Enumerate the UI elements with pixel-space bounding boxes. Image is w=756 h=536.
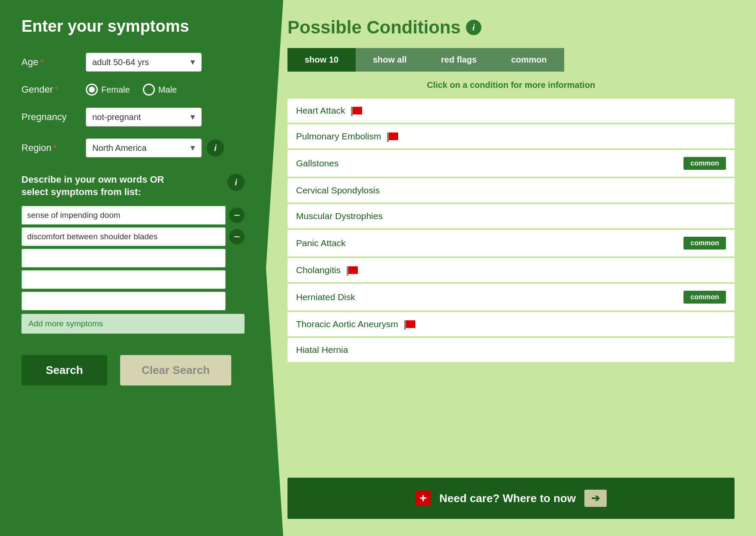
right-panel: Possible Conditions i show 10 show all r… [266, 0, 756, 536]
condition-name-cholangitis: Cholangitis [296, 265, 341, 275]
tab-bar: show 10 show all red flags common [287, 48, 735, 72]
pregnancy-select-wrapper: not-pregnant pregnant post-partum ▼ [86, 108, 202, 126]
tab-red-flags[interactable]: red flags [424, 48, 494, 72]
symptom-row-2: − [21, 227, 245, 246]
search-button[interactable]: Search [21, 355, 107, 385]
gender-row: Gender* Female Male [21, 84, 245, 96]
symptom-row-3 [21, 249, 245, 268]
female-label: Female [101, 85, 130, 95]
condition-name-herniated-disk: Herniated Disk [296, 292, 355, 302]
condition-name-pulmonary-embolism: Pulmonary Embolism [296, 131, 381, 142]
symptom-input-1[interactable] [21, 206, 226, 225]
symptom-row-1: − [21, 206, 245, 225]
describe-section: Describe in your own words ORselect symp… [21, 174, 245, 334]
action-buttons: Search Clear Search [21, 355, 245, 385]
need-care-text: Need care? Where to now [439, 492, 576, 505]
tab-show-10[interactable]: show 10 [287, 48, 356, 72]
gender-required: * [54, 84, 58, 95]
region-required: * [53, 142, 57, 153]
pregnancy-label: Pregnancy [21, 111, 86, 123]
region-controls: North America Europe Asia South America … [86, 139, 224, 157]
describe-info-button[interactable]: i [227, 174, 245, 191]
symptom-placeholder-4 [229, 272, 245, 287]
arrow-right-icon: ➔ [584, 490, 607, 507]
symptom-placeholder-3 [229, 250, 245, 266]
remove-symptom-1-button[interactable]: − [229, 208, 245, 223]
condition-name-gallstones: Gallstones [296, 158, 339, 169]
region-info-button[interactable]: i [207, 139, 224, 157]
describe-title: Describe in your own words ORselect symp… [21, 174, 164, 198]
describe-header: Describe in your own words ORselect symp… [21, 174, 245, 198]
gender-group: Female Male [86, 84, 177, 96]
pregnancy-row: Pregnancy not-pregnant pregnant post-par… [21, 108, 245, 126]
condition-hiatal-hernia[interactable]: Hiatal Hernia [287, 338, 735, 362]
red-flag-heart-attack [353, 107, 362, 114]
age-required: * [40, 57, 44, 67]
common-badge-herniated-disk: common [683, 291, 726, 304]
need-care-bar[interactable]: Need care? Where to now ➔ [287, 478, 735, 519]
condition-name-muscular-dystrophies: Muscular Dystrophies [296, 211, 383, 221]
condition-thoracic-aortic-aneurysm[interactable]: Thoracic Aortic Aneurysm [287, 312, 735, 336]
condition-heart-attack[interactable]: Heart Attack [287, 99, 735, 123]
region-label: Region* [21, 142, 86, 154]
female-option[interactable]: Female [86, 84, 130, 96]
age-select[interactable]: child 0-2 yrs child 3-11 yrs teen 12-17 … [86, 53, 202, 72]
condition-list: Heart Attack Pulmonary Embolism Gallston… [287, 99, 735, 465]
condition-name-panic-attack: Panic Attack [296, 238, 346, 248]
condition-name-hiatal-hernia: Hiatal Hernia [296, 345, 348, 355]
condition-pulmonary-embolism[interactable]: Pulmonary Embolism [287, 124, 735, 148]
condition-muscular-dystrophies[interactable]: Muscular Dystrophies [287, 204, 735, 228]
panel-title: Enter your symptoms [21, 17, 245, 36]
region-select-wrapper: North America Europe Asia South America … [86, 139, 202, 157]
conditions-header: Possible Conditions i [287, 17, 735, 38]
region-row: Region* North America Europe Asia South … [21, 139, 245, 157]
age-select-wrapper: child 0-2 yrs child 3-11 yrs teen 12-17 … [86, 53, 202, 72]
condition-panic-attack[interactable]: Panic Attack common [287, 230, 735, 256]
clear-search-button[interactable]: Clear Search [120, 355, 231, 385]
female-radio-circle [86, 84, 98, 96]
add-more-symptoms-button[interactable]: Add more symptoms [21, 314, 245, 334]
condition-name-thoracic-aortic-aneurysm: Thoracic Aortic Aneurysm [296, 319, 398, 329]
male-label: Male [158, 85, 177, 95]
symptom-row-5 [21, 292, 245, 310]
tab-show-all[interactable]: show all [356, 48, 424, 72]
common-badge-gallstones: common [683, 157, 726, 170]
red-flag-thoracic [406, 320, 415, 328]
remove-symptom-2-button[interactable]: − [229, 229, 245, 244]
symptom-input-2[interactable] [21, 227, 226, 246]
left-panel: Enter your symptoms Age* child 0-2 yrs c… [0, 0, 266, 536]
condition-name-heart-attack: Heart Attack [296, 105, 345, 116]
symptom-input-5[interactable] [21, 292, 226, 310]
gender-label: Gender* [21, 84, 86, 95]
age-row: Age* child 0-2 yrs child 3-11 yrs teen 1… [21, 53, 245, 72]
region-select[interactable]: North America Europe Asia South America … [86, 139, 202, 157]
condition-herniated-disk[interactable]: Herniated Disk common [287, 284, 735, 310]
red-flag-cholangitis [348, 266, 358, 274]
symptom-placeholder-5 [229, 293, 245, 309]
male-radio-circle [143, 84, 155, 96]
condition-cholangitis[interactable]: Cholangitis [287, 258, 735, 282]
male-option[interactable]: Male [143, 84, 177, 96]
care-cross-icon [415, 491, 431, 506]
condition-cervical-spondylosis[interactable]: Cervical Spondylosis [287, 178, 735, 202]
click-hint: Click on a condition for more informatio… [287, 80, 735, 90]
conditions-title: Possible Conditions [287, 17, 461, 38]
tab-common[interactable]: common [494, 48, 564, 72]
common-badge-panic-attack: common [683, 237, 726, 250]
conditions-info-button[interactable]: i [466, 20, 481, 35]
condition-gallstones[interactable]: Gallstones common [287, 150, 735, 177]
symptom-input-4[interactable] [21, 270, 226, 289]
symptom-row-4 [21, 270, 245, 289]
pregnancy-select[interactable]: not-pregnant pregnant post-partum [86, 108, 202, 126]
symptom-input-3[interactable] [21, 249, 226, 268]
age-label: Age* [21, 57, 86, 68]
condition-name-cervical-spondylosis: Cervical Spondylosis [296, 185, 380, 196]
red-flag-pulmonary-embolism [389, 132, 398, 140]
